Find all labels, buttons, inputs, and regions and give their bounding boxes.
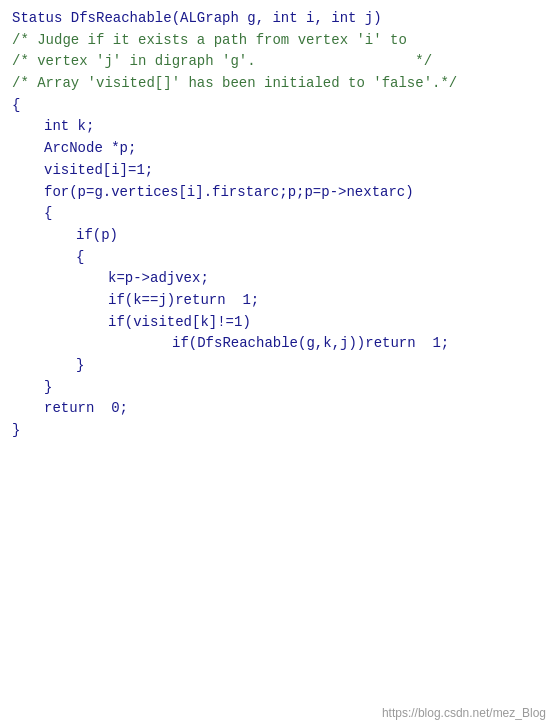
code-line: /* vertex 'j' in digraph 'g'. */ — [0, 51, 558, 73]
code-line: /* Judge if it exists a path from vertex… — [0, 30, 558, 52]
code-line: } — [0, 377, 558, 399]
code-line: int k; — [0, 116, 558, 138]
code-line: Status DfsReachable(ALGraph g, int i, in… — [0, 8, 558, 30]
watermark: https://blog.csdn.net/mez_Blog — [382, 706, 546, 720]
code-line: k=p->adjvex; — [0, 268, 558, 290]
code-line: } — [0, 420, 558, 442]
code-line: visited[i]=1; — [0, 160, 558, 182]
code-line: if(DfsReachable(g,k,j))return 1; — [0, 333, 558, 355]
code-line: { — [0, 247, 558, 269]
code-line: ArcNode *p; — [0, 138, 558, 160]
code-container: Status DfsReachable(ALGraph g, int i, in… — [0, 0, 558, 728]
code-line: if(visited[k]!=1) — [0, 312, 558, 334]
code-line: for(p=g.vertices[i].firstarc;p;p=p->next… — [0, 182, 558, 204]
code-block: Status DfsReachable(ALGraph g, int i, in… — [0, 8, 558, 442]
code-line: /* Array 'visited[]' has been initialed … — [0, 73, 558, 95]
code-line: return 0; — [0, 398, 558, 420]
code-line: if(k==j)return 1; — [0, 290, 558, 312]
code-line: } — [0, 355, 558, 377]
code-line: { — [0, 95, 558, 117]
code-line: { — [0, 203, 558, 225]
code-line: if(p) — [0, 225, 558, 247]
